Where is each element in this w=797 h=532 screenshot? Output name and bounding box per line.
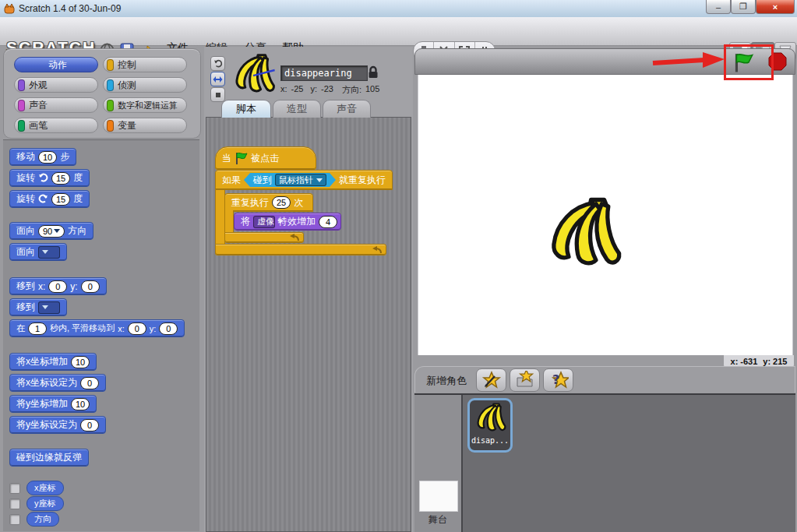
seconds-input[interactable]: 1 xyxy=(28,322,47,335)
number-input[interactable]: 15 xyxy=(51,172,70,185)
maximize-button[interactable]: ❐ xyxy=(731,0,756,14)
paint-new-sprite-icon xyxy=(481,371,502,389)
sprite-y-value: -23 xyxy=(321,84,333,96)
loop-arrow-icon xyxy=(372,246,383,254)
touching-target-dropdown[interactable]: 鼠标指针 xyxy=(275,174,326,186)
checkbox-y-position[interactable] xyxy=(9,499,20,509)
category-sound[interactable]: 声音 xyxy=(14,97,98,113)
block-point-towards[interactable]: 面向 xyxy=(9,243,67,261)
block-move-steps[interactable]: 移动 10 步 xyxy=(9,148,76,166)
number-input[interactable]: 15 xyxy=(51,193,70,206)
sprite-dropdown[interactable] xyxy=(38,246,60,259)
forever-if-bottom[interactable] xyxy=(215,244,386,255)
x-input[interactable]: 0 xyxy=(48,280,67,293)
hat-when-flag-clicked[interactable]: 当 被点击 xyxy=(215,146,316,170)
left-right-flip-icon xyxy=(213,76,223,83)
checkbox-x-position[interactable] xyxy=(9,483,20,494)
block-forever-if[interactable]: 如果 碰到 鼠标指针 就重复执行 xyxy=(215,170,393,190)
tab-scripts[interactable]: 脚本 xyxy=(221,100,271,118)
no-rotate-button[interactable] xyxy=(210,87,225,102)
rotate-cw-icon xyxy=(38,173,48,183)
tab-costumes[interactable]: 造型 xyxy=(273,100,321,118)
block-goto-xy[interactable]: 移到 x: 0 y: 0 xyxy=(9,277,107,295)
block-point-direction[interactable]: 面向 90 方向 xyxy=(9,222,93,240)
new-sprite-label: 新增角色 xyxy=(426,374,467,388)
y-input[interactable]: 0 xyxy=(159,322,178,335)
open-sprite-file-icon xyxy=(515,371,535,389)
number-input[interactable]: 10 xyxy=(71,356,90,368)
block-turn-ccw[interactable]: 旋转 15 度 xyxy=(9,190,90,208)
surprise-sprite-icon: ? xyxy=(548,371,569,389)
block-repeat[interactable]: 重复执行 25 次 xyxy=(224,193,313,212)
svg-text:?: ? xyxy=(552,372,559,387)
lock-icon[interactable] xyxy=(368,65,379,79)
repeat-count-input[interactable]: 25 xyxy=(272,196,291,209)
scratch-window: Scratch 1.4 of 30-Jun-09 – ❐ × SCRATCH xyxy=(0,0,797,532)
category-motion[interactable]: 动作 xyxy=(14,57,98,72)
number-input[interactable]: 10 xyxy=(71,398,90,410)
y-input[interactable]: 0 xyxy=(81,280,100,293)
block-turn-cw[interactable]: 旋转 15 度 xyxy=(9,169,90,187)
looks-color-dot xyxy=(18,79,25,91)
block-goto-sprite[interactable]: 移到 xyxy=(9,298,67,316)
close-button[interactable]: × xyxy=(756,0,795,14)
surprise-sprite-button[interactable]: ? xyxy=(543,368,573,392)
sprite-direction-value: 105 xyxy=(365,84,379,96)
sprite-detail-panel: disappearing x: -25 y: -23 方向: 105 脚本 造型… xyxy=(204,47,413,532)
stage-thumbnail[interactable] xyxy=(419,481,458,512)
sprite-name-field[interactable]: disappearing xyxy=(280,65,368,81)
category-control[interactable]: 控制 xyxy=(103,57,187,72)
block-set-y[interactable]: 将y坐标设定为 0 xyxy=(9,416,106,434)
window-title: Scratch 1.4 of 30-Jun-09 xyxy=(19,3,121,14)
stage-column: 舞台 xyxy=(414,395,463,532)
sprite-list-item-selected[interactable]: disap... xyxy=(467,398,513,453)
effect-dropdown[interactable]: 虚像 xyxy=(253,216,275,228)
category-pen[interactable]: 画笔 xyxy=(14,118,98,133)
checkbox-direction[interactable] xyxy=(9,514,20,525)
repeat-arm[interactable] xyxy=(224,210,234,232)
chevron-down-icon xyxy=(54,229,60,233)
reporter-direction[interactable]: 方向 xyxy=(26,512,59,527)
boolean-touching[interactable]: 碰到 鼠标指针 xyxy=(244,173,336,187)
number-input[interactable]: 0 xyxy=(80,377,99,389)
sprite-dropdown[interactable] xyxy=(38,301,60,314)
title-bar[interactable]: Scratch 1.4 of 30-Jun-09 – ❐ × xyxy=(0,0,797,18)
scratch-cat-icon xyxy=(4,3,15,14)
block-change-x[interactable]: 将x坐标增加 10 xyxy=(9,353,97,371)
block-bounce-on-edge[interactable]: 碰到边缘就反弹 xyxy=(9,449,89,467)
category-sensing[interactable]: 侦测 xyxy=(103,77,187,93)
tab-sounds[interactable]: 声音 xyxy=(323,100,371,118)
block-set-x[interactable]: 将x坐标设定为 0 xyxy=(9,374,106,392)
block-change-effect[interactable]: 将 虚像 特效增加 4 xyxy=(234,213,341,231)
rotate-style-button[interactable] xyxy=(210,56,225,71)
reporter-y-position[interactable]: y座标 xyxy=(26,496,64,511)
rotate-icon xyxy=(213,59,223,69)
no-rotate-icon xyxy=(215,92,221,98)
green-flag-icon xyxy=(235,151,248,165)
reporter-x-position[interactable]: x座标 xyxy=(26,481,64,495)
control-color-dot xyxy=(107,59,114,71)
block-glide[interactable]: 在 1 秒内, 平滑移动到 x: 0 y: 0 xyxy=(9,319,185,337)
direction-dropdown[interactable]: 90 xyxy=(38,225,65,238)
stage-label: 舞台 xyxy=(414,513,461,527)
banana-sprite-on-stage[interactable] xyxy=(540,193,626,276)
paint-new-sprite-button[interactable] xyxy=(476,368,506,392)
category-variables[interactable]: 变量 xyxy=(103,118,187,133)
minimize-button[interactable]: – xyxy=(706,0,731,14)
number-input[interactable]: 10 xyxy=(38,151,57,164)
sensing-color-dot xyxy=(107,79,114,91)
x-input[interactable]: 0 xyxy=(128,322,146,335)
block-change-y[interactable]: 将y坐标增加 10 xyxy=(9,395,97,413)
number-input[interactable]: 0 xyxy=(80,419,99,432)
chevron-down-icon xyxy=(42,250,48,254)
left-right-flip-button[interactable] xyxy=(210,72,225,86)
sound-color-dot xyxy=(18,100,25,111)
category-operators[interactable]: 数字和逻辑运算 xyxy=(103,97,187,113)
rotate-ccw-icon xyxy=(38,194,48,204)
chevron-down-icon xyxy=(316,178,323,182)
open-sprite-button[interactable] xyxy=(510,368,540,392)
category-looks[interactable]: 外观 xyxy=(14,77,98,93)
effect-amount-input[interactable]: 4 xyxy=(319,216,337,228)
repeat-bottom[interactable] xyxy=(224,232,304,243)
sprite-coordinates: x: -25 y: -23 方向: 105 xyxy=(280,84,379,96)
